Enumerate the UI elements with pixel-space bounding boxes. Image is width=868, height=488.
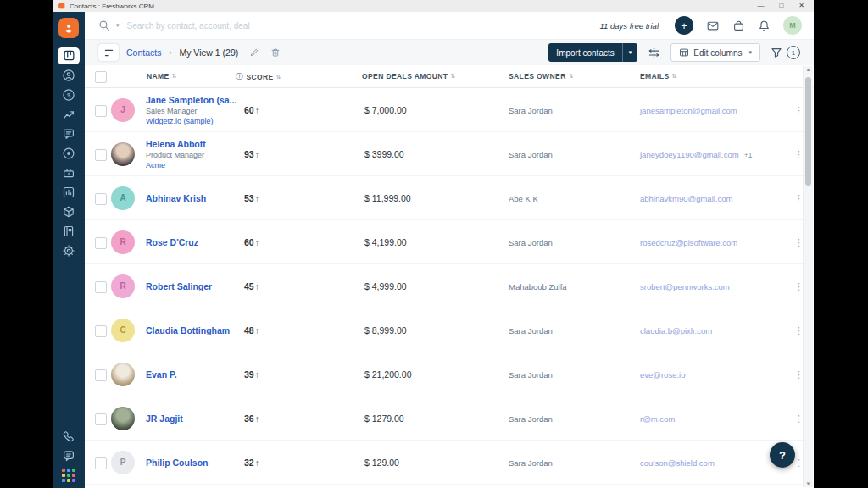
row-checkbox[interactable] (95, 325, 107, 337)
sidebar-item-conversations[interactable] (53, 124, 85, 143)
column-header-emails[interactable]: EMAILS (640, 72, 670, 80)
email-envelope-icon[interactable] (706, 19, 720, 32)
contact-name-link[interactable]: Jane Sampleton (sa... (146, 93, 236, 105)
sort-icon[interactable]: ⇅ (172, 73, 177, 80)
contact-email-link[interactable]: srobert@pennworks.com (640, 281, 730, 291)
contact-name-link[interactable]: Evan P. (146, 368, 177, 380)
sidebar-item-settings[interactable] (53, 241, 85, 260)
sort-icon[interactable]: ⇅ (450, 73, 455, 80)
table-row[interactable]: P Philip Coulson 32↑ $ 129.00 Sara Jorda… (85, 441, 814, 485)
contact-job-title: Sales Manager (146, 105, 236, 115)
import-contacts-button[interactable]: Import contacts ▾ (548, 43, 637, 62)
sort-icon[interactable]: ⇅ (276, 73, 281, 80)
dollar-circle-icon: $ (62, 88, 75, 102)
sidebar-item-phone[interactable] (53, 426, 85, 446)
contact-name-link[interactable]: Claudia Bottingham (146, 324, 230, 336)
table-row[interactable]: A Abhinav Krish 53↑ $ 11,999.00 Abe K K … (85, 176, 814, 220)
contact-company-link[interactable]: Widgetz.io (sample) (146, 116, 236, 126)
table-row[interactable]: C Claudia Bottingham 48↑ $ 8,999.00 Sara… (85, 308, 814, 352)
email-extra-count[interactable]: +1 (744, 150, 753, 158)
column-header-open-deals[interactable]: OPEN DEALS AMOUNT (362, 72, 448, 80)
row-checkbox[interactable] (95, 281, 107, 293)
contact-name-link[interactable]: Abhinav Krish (146, 191, 206, 203)
sidebar-item-deals[interactable]: $ (53, 85, 85, 104)
sort-icon[interactable]: ⇅ (672, 73, 677, 80)
row-checkbox[interactable] (95, 413, 107, 425)
sidebar-item-apps[interactable] (53, 465, 85, 485)
sort-icon[interactable]: ⇅ (569, 73, 574, 80)
search-input[interactable] (125, 20, 400, 31)
sidebar-item-campaigns[interactable] (53, 143, 85, 163)
score-up-arrow-icon: ↑ (255, 193, 259, 203)
view-list-icon[interactable] (98, 44, 119, 61)
contact-company-link[interactable]: Acme (146, 160, 206, 170)
column-header-score[interactable]: SCORE (246, 72, 273, 80)
sidebar-item-contacts[interactable] (53, 65, 85, 85)
window-maximize-button[interactable]: □ (779, 3, 783, 9)
quick-add-button[interactable]: + (675, 16, 693, 35)
contact-email-link[interactable]: r@m.com (640, 413, 675, 423)
contact-email-link[interactable]: abhinavkm90@gmail.com (640, 193, 732, 202)
score-value: 53 (244, 193, 254, 203)
import-caret-icon[interactable]: ▾ (622, 43, 638, 62)
sidebar-item-sales-activities[interactable] (53, 104, 85, 124)
table-row[interactable]: J Jane Sampleton (sa... Sales Manager Wi… (85, 88, 814, 132)
notifications-bell-icon[interactable] (758, 19, 771, 32)
contact-avatar: P (111, 451, 135, 474)
contact-name-link[interactable]: Robert Salinger (146, 280, 212, 291)
table-row[interactable]: Evan P. 39↑ $ 21,200.00 Sara Jordan eve@… (85, 352, 814, 396)
column-header-name[interactable]: NAME (147, 72, 170, 80)
score-value: 93 (244, 149, 254, 159)
contact-email-link[interactable]: janeydoey1190@gmail.com (640, 149, 739, 158)
contact-email-link[interactable]: claudia.b@pixlr.com (640, 325, 712, 335)
row-checkbox[interactable] (95, 237, 107, 249)
row-checkbox[interactable] (95, 105, 107, 117)
contact-name-link[interactable]: Helena Abbott (146, 137, 206, 149)
select-all-checkbox[interactable] (95, 71, 107, 83)
breadcrumb-contacts-link[interactable]: Contacts (126, 47, 161, 58)
row-checkbox[interactable] (95, 193, 107, 205)
edit-columns-caret-icon[interactable]: ▾ (748, 49, 752, 56)
sidebar-item-products[interactable] (53, 163, 85, 182)
contact-email-link[interactable]: janesampleton@gmail.com (640, 105, 737, 114)
contact-email-link[interactable]: rosedcruz@pisoftware.com (640, 237, 737, 247)
row-checkbox[interactable] (95, 458, 107, 469)
open-deals-amount: $ 129.00 (364, 458, 399, 468)
filter-count-badge[interactable]: 1 (787, 46, 800, 59)
window-close-button[interactable]: ✕ (798, 3, 804, 9)
row-checkbox[interactable] (95, 369, 107, 381)
sidebar-item-chat[interactable] (53, 446, 85, 465)
edit-view-pencil-icon[interactable] (249, 47, 259, 58)
sidebar-item-documents[interactable] (53, 221, 85, 241)
sidebar-item-marketplace[interactable] (53, 202, 85, 221)
freshsales-logo-icon[interactable] (58, 18, 79, 38)
contact-email-link[interactable]: eve@rose.io (640, 369, 685, 379)
contact-avatar (111, 363, 135, 386)
window-minimize-button[interactable]: — (757, 3, 764, 9)
score-info-icon[interactable]: ⓘ (236, 71, 243, 82)
contact-name-link[interactable]: Rose D'Cruz (146, 236, 198, 247)
sidebar-item-dashboard[interactable] (53, 46, 85, 65)
edit-columns-button[interactable]: Edit columns ▾ (670, 43, 760, 62)
table-row[interactable]: Helena Abbott Product Manager Acme 93↑ $… (85, 132, 814, 176)
work-bag-icon[interactable] (732, 19, 745, 32)
contact-name-link[interactable]: JR Jagjit (146, 412, 183, 424)
table-row[interactable]: R Robert Salinger 45↑ $ 4,999.00 Mahaboo… (85, 264, 814, 308)
contact-name-link[interactable]: Philip Coulson (146, 456, 209, 468)
delete-view-trash-icon[interactable] (270, 47, 281, 58)
table-row[interactable]: R Rose D'Cruz 60↑ $ 4,199.00 Sara Jordan… (85, 220, 814, 264)
contact-email-link[interactable]: coulson@shield.com (640, 458, 715, 467)
table-scrollbar[interactable] (803, 66, 813, 487)
table-row[interactable]: JR Jagjit 36↑ $ 1279.00 Sara Jordan r@m.… (85, 396, 814, 441)
sort-settings-icon[interactable] (648, 47, 660, 59)
column-header-sales-owner[interactable]: SALES OWNER (509, 72, 566, 80)
freshworks-favicon-icon (58, 3, 65, 9)
row-checkbox[interactable] (95, 149, 107, 161)
search-scope-caret-icon[interactable]: ▾ (116, 22, 120, 29)
sidebar-item-analytics[interactable] (53, 182, 85, 202)
scrollbar-thumb[interactable] (805, 77, 811, 186)
score-up-arrow-icon: ↑ (255, 413, 259, 424)
filter-funnel-icon[interactable] (771, 47, 782, 58)
help-button[interactable]: ? (770, 442, 795, 468)
user-avatar[interactable]: M (783, 16, 802, 35)
